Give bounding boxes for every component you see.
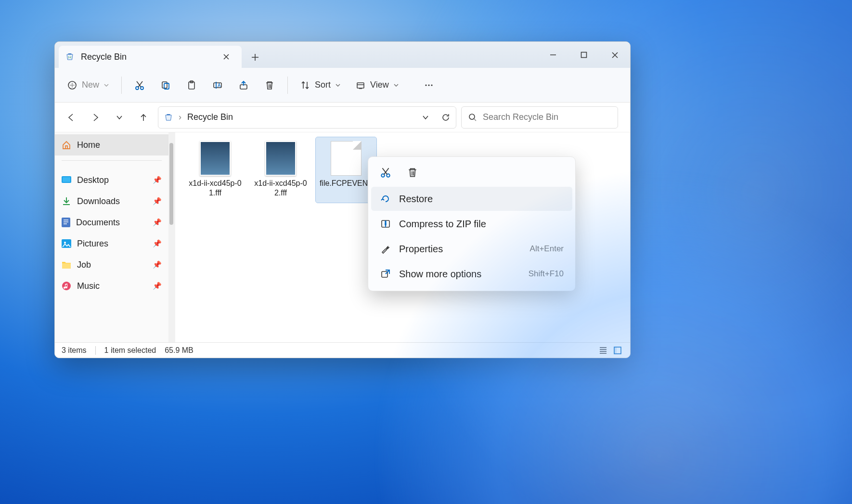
svg-point-21 bbox=[62, 282, 71, 290]
context-item-label: Properties bbox=[399, 244, 443, 255]
copy-button[interactable] bbox=[155, 75, 177, 96]
cut-button[interactable] bbox=[129, 75, 151, 96]
file-explorer-window: Recycle Bin New A bbox=[54, 41, 631, 358]
documents-icon bbox=[62, 218, 70, 227]
pin-icon: 📌 bbox=[153, 260, 162, 269]
breadcrumb[interactable]: › Recycle Bin bbox=[158, 106, 456, 129]
sidebar-item-home[interactable]: Home bbox=[55, 134, 168, 155]
close-window-button[interactable] bbox=[599, 42, 630, 68]
view-button-label: View bbox=[370, 80, 389, 90]
sidebar-item-label: Downloads bbox=[77, 196, 120, 207]
context-properties[interactable]: Properties Alt+Enter bbox=[371, 237, 572, 261]
search-box[interactable] bbox=[461, 106, 618, 129]
document-icon bbox=[331, 141, 361, 176]
minimize-button[interactable] bbox=[538, 42, 568, 68]
pictures-icon bbox=[62, 239, 71, 248]
breadcrumb-dropdown[interactable] bbox=[422, 114, 429, 121]
sidebar-item-pictures[interactable]: Pictures 📌 bbox=[55, 233, 168, 254]
context-compress[interactable]: Compress to ZIP file bbox=[371, 212, 572, 236]
status-size: 65.9 MB bbox=[165, 346, 194, 355]
paste-button[interactable] bbox=[181, 75, 203, 96]
image-thumbnail-icon bbox=[200, 141, 231, 176]
details-view-button[interactable] bbox=[597, 345, 609, 356]
file-item[interactable]: x1d-ii-xcd45p-01.fff bbox=[185, 137, 245, 203]
sidebar-item-label: Documents bbox=[76, 218, 120, 228]
search-input[interactable] bbox=[483, 112, 611, 122]
delete-button[interactable] bbox=[258, 75, 281, 96]
tab-close-button[interactable] bbox=[219, 50, 233, 64]
status-selected: 1 item selected bbox=[104, 346, 156, 355]
svg-point-15 bbox=[469, 114, 475, 119]
svg-point-13 bbox=[428, 84, 429, 86]
rename-button[interactable]: A bbox=[207, 75, 229, 96]
toolbar: New A Sort View bbox=[55, 68, 630, 103]
music-icon bbox=[62, 281, 71, 291]
pin-icon: 📌 bbox=[153, 282, 162, 290]
new-button[interactable]: New bbox=[62, 75, 115, 96]
file-item[interactable]: x1d-ii-xcd45p-02.fff bbox=[250, 137, 311, 203]
maximize-button[interactable] bbox=[568, 42, 599, 68]
status-bar: 3 items 1 item selected 65.9 MB bbox=[55, 342, 630, 358]
delete-button[interactable] bbox=[405, 165, 420, 180]
refresh-button[interactable] bbox=[441, 113, 450, 122]
view-mode-buttons bbox=[597, 345, 623, 356]
view-button[interactable]: View bbox=[350, 75, 404, 96]
svg-rect-4 bbox=[162, 82, 167, 88]
sidebar-item-label: Job bbox=[77, 260, 91, 270]
sidebar-item-label: Home bbox=[77, 140, 100, 150]
context-item-label: Show more options bbox=[399, 269, 481, 280]
context-menu: Restore Compress to ZIP file Properties … bbox=[368, 156, 576, 291]
body: Home Desktop 📌 Downloads 📌 Documents 📌 P… bbox=[55, 132, 630, 342]
sort-button[interactable]: Sort bbox=[295, 75, 346, 96]
titlebar: Recycle Bin bbox=[55, 42, 630, 68]
forward-button[interactable] bbox=[86, 108, 105, 127]
new-tab-button[interactable] bbox=[245, 47, 266, 68]
content-area[interactable]: x1d-ii-xcd45p-01.fff x1d-ii-xcd45p-02.ff… bbox=[175, 132, 630, 342]
context-menu-quick-actions bbox=[371, 162, 572, 186]
sidebar-item-documents[interactable]: Documents 📌 bbox=[55, 212, 168, 233]
file-name: file.FCPEVENT bbox=[320, 179, 373, 188]
svg-rect-27 bbox=[614, 347, 617, 354]
context-item-label: Restore bbox=[399, 194, 433, 205]
recycle-bin-icon bbox=[164, 113, 173, 122]
wrench-icon bbox=[380, 243, 391, 255]
recent-dropdown[interactable] bbox=[110, 108, 129, 127]
icons-view-button[interactable] bbox=[612, 345, 623, 356]
separator bbox=[62, 160, 162, 161]
sidebar-item-downloads[interactable]: Downloads 📌 bbox=[55, 191, 168, 212]
svg-point-12 bbox=[425, 84, 426, 86]
sidebar-item-label: Music bbox=[77, 281, 100, 291]
sidebar-item-label: Desktop bbox=[77, 175, 109, 185]
expand-icon bbox=[380, 268, 391, 280]
up-button[interactable] bbox=[134, 108, 153, 127]
svg-text:A: A bbox=[218, 83, 221, 88]
more-button[interactable] bbox=[418, 75, 440, 96]
share-button[interactable] bbox=[232, 75, 255, 96]
sort-button-label: Sort bbox=[315, 80, 331, 90]
svg-point-14 bbox=[431, 84, 432, 86]
status-items: 3 items bbox=[62, 346, 87, 355]
sidebar-item-music[interactable]: Music 📌 bbox=[55, 275, 168, 297]
separator bbox=[121, 77, 122, 94]
sidebar-item-label: Pictures bbox=[77, 239, 108, 249]
cut-button[interactable] bbox=[378, 165, 393, 180]
window-controls bbox=[538, 42, 630, 68]
context-restore[interactable]: Restore bbox=[371, 187, 572, 211]
sidebar-item-desktop[interactable]: Desktop 📌 bbox=[55, 169, 168, 191]
pin-icon: 📌 bbox=[153, 239, 162, 248]
pin-icon: 📌 bbox=[153, 197, 162, 206]
shortcut-label: Alt+Enter bbox=[530, 244, 564, 254]
sidebar-item-job[interactable]: Job 📌 bbox=[55, 254, 168, 275]
context-more-options[interactable]: Show more options Shift+F10 bbox=[371, 262, 572, 286]
tab-recycle-bin[interactable]: Recycle Bin bbox=[59, 46, 242, 68]
separator bbox=[287, 77, 288, 94]
restore-icon bbox=[380, 193, 391, 205]
search-icon bbox=[468, 113, 477, 122]
svg-rect-18 bbox=[62, 218, 70, 227]
svg-point-20 bbox=[64, 242, 66, 244]
svg-rect-11 bbox=[357, 83, 364, 88]
back-button[interactable] bbox=[62, 108, 81, 127]
file-name: x1d-ii-xcd45p-02.fff bbox=[252, 179, 309, 198]
separator bbox=[95, 346, 96, 355]
address-row: › Recycle Bin bbox=[55, 103, 630, 132]
